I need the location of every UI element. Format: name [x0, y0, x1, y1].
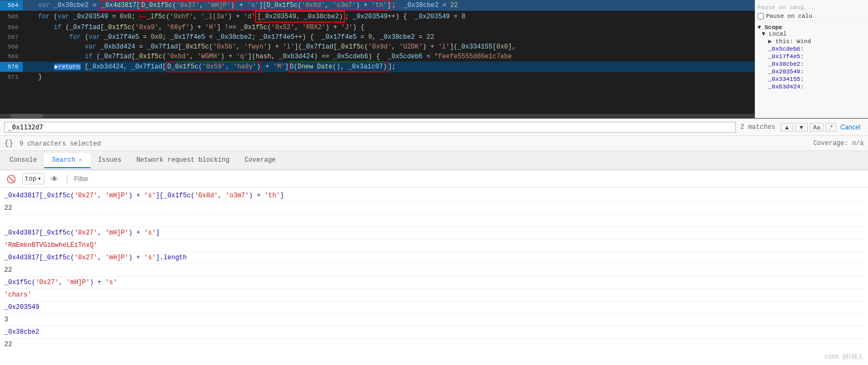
console-line-11: 3	[4, 314, 864, 326]
var-17f4e5[interactable]: _0x17f4e5:	[768, 53, 866, 60]
code-line-571[interactable]: 571 }	[0, 72, 755, 82]
code-line-568[interactable]: 568 var _0xb3d424 = _0x7f1ad[_0x1f5c('0x…	[0, 42, 755, 52]
code-line-565[interactable]: 565 for (var _0x203549 = 0x0; ⟵_lf5c('0x…	[0, 11, 755, 23]
code-hscroll[interactable]	[0, 114, 755, 118]
pause-on-caught-label: Pause on caug...	[757, 4, 815, 11]
console-output: _0x4d3817[_0x1f5c('0x27', 'mH]P') + 's']…	[0, 188, 868, 350]
code-line-567[interactable]: 567 for (var _0x17f4e5 = 0x0; _0x17f4e5 …	[0, 32, 755, 42]
toolbar-divider: |	[65, 174, 70, 184]
tab-coverage[interactable]: Coverage	[237, 153, 284, 168]
context-label: top	[25, 175, 37, 183]
line-num-568: 568	[0, 42, 23, 52]
tab-console-label: Console	[10, 156, 37, 164]
code-main: 564 var _0x38cbe2 = _0x4d3817[D_0x1f5c('…	[0, 0, 755, 118]
search-case-btn[interactable]: Aa	[810, 123, 823, 132]
pause-on-caught-checkbox-row: Pause on caug...	[755, 2, 868, 12]
console-line-7: 22	[4, 264, 864, 277]
status-bar: {} 9 characters selected Coverage: n/a	[0, 136, 868, 151]
code-lines: 564 var _0x38cbe2 = _0x4d3817[D_0x1f5c('…	[0, 0, 755, 82]
scope-header[interactable]: ▼ Scope	[757, 24, 866, 31]
line-num-570: 570	[0, 62, 23, 72]
clear-btn[interactable]: 🚫	[4, 174, 18, 184]
code-line-566[interactable]: 566 if (_0x7f1ad[_0x1f5c('0xa9', '66yf')…	[0, 23, 755, 32]
line-num-571: 571	[0, 72, 23, 82]
search-down-btn[interactable]: ▼	[795, 123, 808, 132]
line-content-568: var _0xb3d424 = _0x7f1ad[_0x1f5c('0x5b',…	[23, 42, 755, 52]
filter-input[interactable]	[74, 175, 864, 183]
line-num-566: 566	[0, 23, 23, 32]
tab-search[interactable]: Search ×	[44, 153, 90, 168]
console-line-3	[4, 215, 864, 227]
scope-panel: Pause on caug... Pause on calu ▼ Scope ▼…	[755, 0, 868, 118]
local-vars: ▶ this: Wind _0x5cdeb6: _0x17f4e5: _0x38…	[762, 37, 866, 91]
search-input[interactable]	[4, 122, 736, 133]
tab-network-label: Network request blocking	[136, 156, 230, 164]
line-content-569: if (_0x7f1ad[_0x1f5c('0xbd', 'WGMH') + '…	[23, 52, 755, 61]
line-num-569: 569	[0, 52, 23, 61]
console-line-2: 22	[4, 202, 864, 215]
tab-bar: Console Search × Issues Network request …	[0, 151, 868, 170]
var-5cdeb6[interactable]: _0x5cdeb6:	[768, 45, 866, 53]
console-line-8: _0x1f5c('0x27', 'mH]P') + 's'	[4, 277, 864, 289]
pause-on-call-checkbox[interactable]	[757, 13, 764, 19]
coverage-status: Coverage: n/a	[813, 140, 864, 147]
console-line-4: _0x4d3817[_0x1f5c('0x27', 'mH]P') + 's']	[4, 227, 864, 239]
search-up-btn[interactable]: ▲	[781, 123, 793, 132]
search-bar: 2 matches ▲ ▼ Aa .* Cancel	[0, 119, 868, 136]
tab-issues[interactable]: Issues	[91, 153, 129, 168]
console-line-5: 'RmEmknBTVGibwheLEiTnxQ'	[4, 239, 864, 252]
line-content-570: ▶return [_0xb3d424, _0x7f1ad[D_0x1f5c('0…	[23, 61, 755, 72]
line-num-565: 565	[0, 12, 23, 22]
code-line-564[interactable]: 564 var _0x38cbe2 = _0x4d3817[D_0x1f5c('…	[0, 0, 755, 11]
console-line-10: _0x203549	[4, 301, 864, 314]
console-line-9: 'chars'	[4, 289, 864, 301]
tab-issues-label: Issues	[98, 156, 121, 164]
line-content-571: }	[23, 72, 755, 82]
console-line-6: _0x4d3817[_0x1f5c('0x27', 'mH]P') + 's']…	[4, 252, 864, 264]
tab-search-close[interactable]: ×	[78, 157, 83, 163]
line-content-566: if (_0x7f1ad[_0x1f5c('0xa9', '66yf') + '…	[23, 23, 755, 32]
line-content-565: for (var _0x203549 = 0x0; ⟵_lf5c('0xhf',…	[23, 11, 755, 23]
hscroll-thumb	[11, 114, 43, 118]
line-content-564: var _0x38cbe2 = _0x4d3817[D_0x1f5c('0x27…	[23, 0, 755, 11]
context-dropdown[interactable]: top ▾	[22, 173, 44, 184]
line-content-567: for (var _0x17f4e5 = 0x0; _0x17f4e5 < _0…	[23, 32, 755, 42]
search-cancel-btn[interactable]: Cancel	[837, 122, 864, 132]
tab-network-blocking[interactable]: Network request blocking	[129, 153, 237, 168]
var-203549[interactable]: _0x203549:	[768, 68, 866, 75]
scope-section: ▼ Scope ▼ Local ▶ this: Wind _0x5cdeb6: …	[755, 23, 868, 92]
console-line-13: 22	[4, 339, 864, 350]
status-selected: {} 9 characters selected	[4, 139, 101, 148]
var-38cbe2[interactable]: _0x38cbe2:	[768, 60, 866, 68]
context-chevron: ▾	[38, 175, 42, 183]
code-line-569[interactable]: 569 if (_0x7f1ad[_0x1f5c('0xbd', 'WGMH')…	[0, 52, 755, 61]
console-line-1: _0x4d3817[_0x1f5c('0x27', 'mH]P') + 's']…	[4, 190, 864, 202]
var-0b3d424[interactable]: _0xb3d424:	[768, 83, 866, 91]
code-editor: 564 var _0x38cbe2 = _0x4d3817[D_0x1f5c('…	[0, 0, 868, 119]
scope-local: ▼ Local ▶ this: Wind _0x5cdeb6: _0x17f4e…	[757, 31, 866, 91]
line-num-564: 564	[0, 1, 23, 10]
this-item[interactable]: ▶ this: Wind	[768, 37, 866, 45]
local-header[interactable]: ▼ Local	[762, 31, 866, 37]
tab-coverage-label: Coverage	[245, 156, 276, 164]
search-matches: 2 matches	[740, 123, 775, 131]
console-toolbar: 🚫 top ▾ 👁 |	[0, 170, 868, 188]
console-line-12: _0x38cbe2	[4, 326, 864, 339]
pause-on-call-label: Pause on calu	[766, 13, 812, 19]
pause-on-call-checkbox-row[interactable]: Pause on calu	[755, 12, 868, 21]
code-line-570[interactable]: 570 ▶return [_0xb3d424, _0x7f1ad[D_0x1f5…	[0, 61, 755, 72]
tab-console[interactable]: Console	[2, 153, 44, 168]
tab-search-label: Search	[52, 156, 75, 164]
line-num-567: 567	[0, 32, 23, 42]
eye-btn[interactable]: 👁	[49, 174, 60, 184]
search-regex-btn[interactable]: .*	[825, 123, 836, 132]
var-334155[interactable]: _0x334155:	[768, 75, 866, 83]
